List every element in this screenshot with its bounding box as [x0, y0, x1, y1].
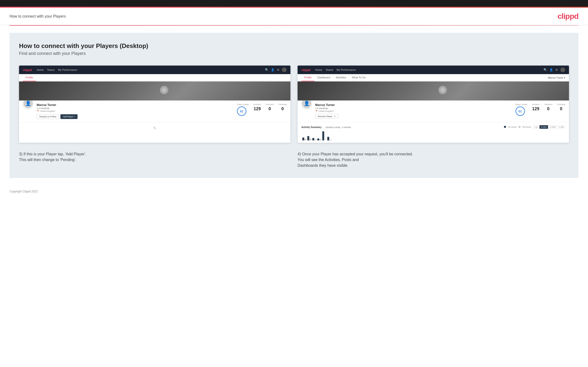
main-content: How to connect with your Players (Deskto… — [9, 33, 579, 178]
app-activity-summary-2: Activity Summary Monthly Activity · 6 Mo… — [298, 122, 569, 143]
nav-teams-2[interactable]: Teams — [326, 68, 333, 71]
activity-legend-2: On course Off course — [504, 126, 531, 128]
copyright-text: Copyright Clippd 2022 — [9, 190, 38, 193]
user-icon-1[interactable]: 👤 — [271, 68, 275, 72]
chart-bar-group-6 — [327, 137, 331, 140]
chart-bar-off-2 — [310, 139, 311, 140]
nav-performance-2[interactable]: My Performance — [337, 68, 356, 71]
stat-following-1: Following 0 — [278, 103, 287, 111]
chart-bar-on-6 — [327, 137, 329, 140]
tab-activities-2[interactable]: Activities — [333, 74, 349, 81]
tab-profile-1[interactable]: Profile — [23, 74, 36, 81]
mock-app-2: clippd Home Teams My Performance 🔍 👤 ⚙ — [298, 66, 569, 143]
app-banner-img-1 — [19, 82, 290, 100]
followers-value-2: 0 — [544, 106, 552, 111]
nav-avatar-2[interactable] — [560, 67, 565, 72]
header-title: How to connect with your Players — [9, 14, 66, 18]
activities-value-2: 129 — [532, 106, 539, 111]
followers-value-1: 0 — [266, 106, 274, 111]
stat-activities-1: Activities 129 — [253, 103, 261, 111]
off-course-legend-label: Off course — [522, 126, 531, 128]
chart-bar-on-4 — [317, 139, 319, 140]
pencil-icon-1: ✎ — [153, 126, 156, 130]
activities-label-1: Activities — [253, 103, 261, 106]
screenshot-1: clippd Home Teams My Performance 🔍 👤 ⚙ — [19, 66, 290, 143]
stat-following-2: Following 0 — [557, 103, 565, 111]
search-icon-2[interactable]: 🔍 — [544, 68, 547, 72]
nav-teams-1[interactable]: Teams — [47, 68, 55, 71]
app-logo-2: clippd — [301, 68, 311, 72]
chevron-down-icon-2: ▾ — [564, 76, 565, 79]
screenshots-row: clippd Home Teams My Performance 🔍 👤 ⚙ — [19, 66, 569, 143]
following-label-1: Following — [278, 103, 287, 106]
time-btn-1yr[interactable]: 1 yr — [533, 125, 539, 129]
nav-home-1[interactable]: Home — [37, 68, 43, 71]
nav-performance-1[interactable]: My Performance — [58, 68, 77, 71]
quality-circle-1: 92 — [237, 106, 246, 116]
on-course-legend-dot — [504, 126, 506, 128]
screenshot-2: clippd Home Teams My Performance 🔍 👤 ⚙ — [298, 66, 569, 143]
stat-activities-2: Activities 129 — [532, 103, 539, 111]
nav-avatar-1[interactable] — [282, 67, 287, 72]
search-icon-1[interactable]: 🔍 — [265, 68, 268, 72]
app-banner-1 — [19, 82, 290, 100]
chart-bar-on-2 — [307, 136, 309, 140]
page-subheading: Find and connect with your Players — [19, 51, 569, 56]
tab-player-dropdown-2[interactable]: Marcus Turner ▾ — [548, 74, 565, 81]
chart-bar-on-3 — [312, 138, 314, 140]
request-follow-button-1[interactable]: Request to Follow — [37, 114, 59, 119]
app-nav-icons-2: 🔍 👤 ⚙ — [544, 67, 565, 72]
quality-label-1: Player Quality — [237, 103, 249, 106]
settings-icon-2[interactable]: ⚙ — [555, 68, 558, 72]
stat-quality-2: Player Quality 92 — [515, 103, 527, 116]
settings-icon-1[interactable]: ⚙ — [277, 68, 279, 72]
remove-player-button-2[interactable]: Remove Player ✕ — [315, 114, 338, 119]
followers-label-1: Followers — [266, 103, 274, 106]
profile-handicap-1: 1-5 Handicap — [37, 107, 233, 109]
app-profile-section-2: 👤 Marcus Turner 1-5 Handicap 📍 United Ki… — [298, 100, 569, 122]
add-player-button-1[interactable]: Add Player + — [61, 114, 78, 119]
tab-profile-2[interactable]: Profile — [301, 74, 314, 81]
header-divider — [9, 25, 579, 26]
chart-bar-on-1 — [302, 138, 304, 140]
app-navbar-1: clippd Home Teams My Performance 🔍 👤 ⚙ — [19, 66, 290, 74]
footer: Copyright Clippd 2022 — [0, 185, 588, 198]
location-pin-icon-2: 📍 — [315, 110, 318, 112]
app-banner-circle-2 — [438, 86, 447, 94]
stat-followers-2: Followers 0 — [544, 103, 552, 111]
profile-location-1: 📍 United Kingdom — [37, 110, 233, 112]
time-btn-1mth[interactable]: 1 mth — [558, 125, 565, 129]
caption-3: 3) If this is your Player tap, 'Add Play… — [19, 151, 290, 168]
activity-controls-2: On course Off course 1 yr 6 mths 3 mths … — [504, 125, 565, 129]
on-course-legend-label: On course — [508, 126, 517, 128]
chart-bar-on-5 — [322, 131, 324, 140]
nav-home-2[interactable]: Home — [315, 68, 322, 71]
activities-value-1: 129 — [253, 106, 261, 111]
profile-location-2: 📍 United Kingdom — [315, 110, 512, 112]
stat-quality-1: Player Quality 92 — [237, 103, 249, 116]
tab-what-to-on-2[interactable]: What To On — [349, 74, 368, 81]
time-btn-3mths[interactable]: 3 mths — [548, 125, 557, 129]
chart-bar-off-1 — [304, 139, 306, 140]
quality-circle-2: 92 — [515, 106, 525, 116]
quality-label-2: Player Quality — [515, 103, 527, 106]
time-buttons-2: 1 yr 6 mths 3 mths 1 mth — [533, 125, 565, 129]
chart-bar-off-3 — [314, 139, 316, 140]
user-icon-2[interactable]: 👤 — [549, 68, 553, 72]
profile-name-1: Marcus Turner — [37, 103, 233, 107]
following-value-2: 0 — [557, 106, 565, 111]
activity-subtitle-2: Monthly Activity · 6 Months — [326, 126, 351, 128]
activities-label-2: Activities — [532, 103, 539, 106]
time-btn-6mths[interactable]: 6 mths — [539, 125, 548, 129]
stat-followers-1: Followers 0 — [266, 103, 274, 111]
followers-label-2: Followers — [544, 103, 552, 106]
remove-x-icon-2: ✕ — [334, 115, 336, 117]
chart-bar-off-4 — [320, 139, 321, 140]
tab-dashboard-2[interactable]: Dashboard — [314, 74, 333, 81]
app-scroll-area-1: ✎ — [19, 122, 290, 134]
chart-bar-group-5 — [322, 131, 326, 140]
chart-bar-group-3 — [312, 138, 316, 140]
following-value-1: 0 — [278, 106, 287, 111]
activity-chart-2 — [301, 131, 565, 140]
app-nav-links-2: Home Teams My Performance — [315, 68, 539, 71]
